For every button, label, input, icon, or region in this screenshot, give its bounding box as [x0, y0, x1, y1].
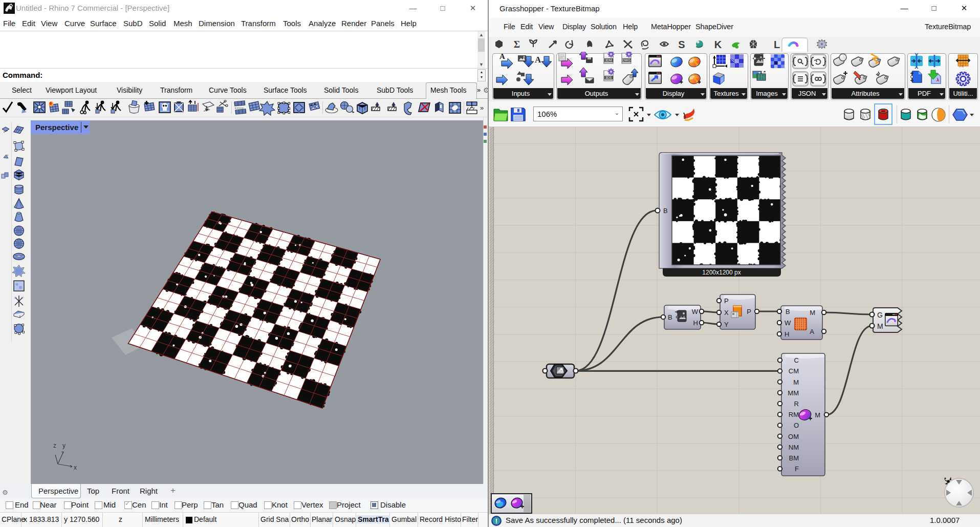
svg-text:DWG: DWG	[622, 58, 630, 62]
svg-text:3DS: 3DS	[605, 76, 612, 79]
svg-text:M: M	[815, 411, 820, 419]
svg-text:O: O	[794, 421, 799, 429]
svg-text:M: M	[793, 378, 799, 386]
svg-text:F: F	[795, 465, 799, 473]
svg-text:W: W	[692, 308, 699, 315]
svg-text:G: G	[877, 311, 883, 319]
svg-text:L: L	[774, 39, 780, 50]
svg-text:H: H	[785, 330, 789, 338]
svg-text:z: z	[53, 442, 56, 449]
svg-text:W: W	[785, 319, 791, 327]
svg-text:B: B	[668, 313, 672, 321]
svg-text:NM: NM	[789, 444, 799, 451]
svg-text:OM: OM	[788, 433, 799, 440]
svg-text:x: x	[74, 464, 77, 471]
svg-text:MM: MM	[788, 389, 799, 397]
svg-text:1200x1200 px: 1200x1200 px	[702, 269, 741, 276]
svg-text:BM: BM	[789, 454, 799, 462]
svg-text:P: P	[747, 308, 751, 315]
svg-text:A: A	[810, 328, 814, 335]
svg-text:RM: RM	[789, 411, 799, 418]
svg-text:S: S	[678, 39, 685, 50]
svg-text:»: »	[480, 104, 484, 112]
svg-text:B: B	[786, 308, 790, 315]
svg-text:M: M	[810, 309, 815, 317]
svg-text:X: X	[724, 309, 729, 317]
svg-text:CM: CM	[789, 367, 799, 375]
svg-text:A: A	[535, 55, 541, 65]
svg-text:K: K	[714, 39, 722, 50]
svg-text:P: P	[724, 297, 729, 305]
svg-text:R: R	[794, 400, 799, 408]
svg-text:λ: λ	[937, 77, 939, 82]
svg-text:A: A	[499, 52, 505, 60]
svg-text:Σ: Σ	[514, 39, 520, 50]
svg-text:!: !	[495, 517, 497, 525]
svg-text:3DM: 3DM	[605, 58, 612, 62]
svg-text:C: C	[794, 356, 799, 364]
svg-text:B: B	[663, 207, 668, 215]
svg-text:M: M	[877, 322, 883, 330]
svg-text:y: y	[62, 442, 66, 449]
svg-text:H: H	[693, 319, 698, 327]
svg-text:Y: Y	[724, 321, 729, 328]
